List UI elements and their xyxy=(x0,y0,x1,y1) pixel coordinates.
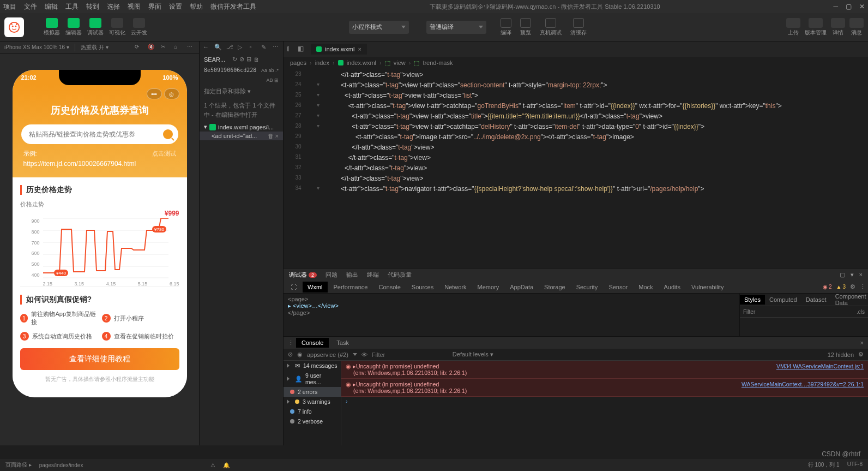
bell-icon[interactable]: 🔔 xyxy=(223,462,230,468)
filter-verbose[interactable]: 2 verbose xyxy=(284,416,341,426)
upload-button[interactable]: 上传 xyxy=(786,18,800,37)
capsule-close-icon[interactable]: ◎ xyxy=(164,88,179,99)
wxml-tab[interactable]: Wxml xyxy=(303,282,328,293)
maximize-icon[interactable]: ▢ xyxy=(846,3,852,10)
gear-icon[interactable]: ⚙ xyxy=(858,351,864,358)
error-link[interactable]: VM34 WAServiceMainContext.js:1 xyxy=(776,363,864,376)
menu-item[interactable]: 视图 xyxy=(128,2,141,11)
cut-icon[interactable]: ✂ xyxy=(161,44,168,51)
perf-tab[interactable]: Performance xyxy=(329,282,373,293)
styles-tab[interactable]: Styles xyxy=(740,295,765,305)
edit-icon[interactable]: ✎ xyxy=(261,44,268,51)
result-file[interactable]: ▾index.wxml pages/i... xyxy=(200,122,283,132)
tutorial-button[interactable]: 查看详细使用教程 xyxy=(20,348,179,370)
log-level-select[interactable]: Default levels ▾ xyxy=(453,351,493,358)
clear-cache-button[interactable]: 清缓存 xyxy=(570,18,587,37)
warning-status-icon[interactable]: ⚠ xyxy=(210,462,215,468)
example-test-link[interactable]: 点击测试 xyxy=(152,150,176,158)
search-text-input[interactable] xyxy=(204,56,230,63)
terminal-tab[interactable]: 终端 xyxy=(367,271,379,279)
error-row[interactable]: ◉ ▸Uncaught (in promise) undefined(env: … xyxy=(341,361,868,379)
code-editor[interactable]: 232425262728293031323334 ▾▾▾▾▾▾ </t-attr… xyxy=(284,69,868,268)
filter-warnings[interactable]: 3 warnings xyxy=(284,397,341,407)
appdata-tab[interactable]: AppData xyxy=(505,282,538,293)
branch-icon[interactable]: ⎇ xyxy=(226,44,233,51)
dataset-tab[interactable]: Dataset xyxy=(801,295,831,305)
file-tab[interactable]: index.wxml× xyxy=(311,44,367,55)
messages-button[interactable]: 消息 xyxy=(849,18,864,37)
quality-tab[interactable]: 代码质量 xyxy=(388,271,412,279)
error-link[interactable]: WAServiceMainContext…39729492&v=2.26.1:1 xyxy=(742,381,864,394)
console-tab[interactable]: Console xyxy=(296,338,329,348)
close-drawer-icon[interactable]: × xyxy=(860,339,864,346)
sensor-tab[interactable]: Sensor xyxy=(604,282,632,293)
capsule-menu-icon[interactable]: ••• xyxy=(147,88,162,99)
search-input[interactable] xyxy=(21,124,178,144)
mock-tab[interactable]: Mock xyxy=(634,282,658,293)
eye-icon[interactable]: 👁 xyxy=(361,351,367,358)
menu-item[interactable]: 界面 xyxy=(148,2,161,11)
compile-select[interactable]: 普通编译 xyxy=(426,21,486,34)
collapse-icon[interactable]: ▾ xyxy=(851,271,854,278)
box-icon[interactable]: ▫ xyxy=(250,44,257,51)
menu-item[interactable]: 选择 xyxy=(107,2,120,11)
memory-tab[interactable]: Memory xyxy=(473,282,504,293)
styles-filter-input[interactable]: Filter xyxy=(743,309,755,315)
console-messages[interactable]: ◉ ▸Uncaught (in promise) undefined(env: … xyxy=(341,361,868,445)
console-menu-icon[interactable]: ⋮ xyxy=(288,339,294,347)
back-icon[interactable]: ← xyxy=(203,44,210,51)
task-tab[interactable]: Task xyxy=(331,338,354,348)
minimize-icon[interactable]: ─ xyxy=(833,3,838,10)
search-icon[interactable]: 🔍 xyxy=(214,44,222,51)
debugger-button[interactable]: 调试器 xyxy=(85,17,106,38)
details-button[interactable]: 详情 xyxy=(831,18,845,37)
console-filter-input[interactable] xyxy=(372,351,437,358)
network-tab[interactable]: Network xyxy=(439,282,471,293)
crumb[interactable]: index xyxy=(315,59,329,66)
vuln-tab[interactable]: Vulnerability xyxy=(686,282,729,293)
cloud-button[interactable]: 云开发 xyxy=(129,17,149,38)
device-select[interactable]: iPhone XS Max 100% 16 ▾ xyxy=(4,44,69,50)
audits-tab[interactable]: Audits xyxy=(659,282,686,293)
newfile-icon[interactable]: 🗎 xyxy=(254,56,260,63)
sources-tab[interactable]: Sources xyxy=(407,282,438,293)
wxml-tree[interactable]: <page> ▸ <view>…</view> </page> xyxy=(284,294,739,336)
clear-icon[interactable]: ⊘ xyxy=(239,56,244,63)
close-icon[interactable]: × xyxy=(859,271,863,278)
search-icon[interactable] xyxy=(163,129,173,139)
inspect-icon[interactable]: ⛶ xyxy=(286,282,302,293)
filter-errors[interactable]: 2 errors xyxy=(284,387,341,397)
storage-tab[interactable]: Storage xyxy=(539,282,570,293)
expand-icon[interactable]: ▢ xyxy=(840,271,845,278)
mute-icon[interactable]: 🔇 xyxy=(148,44,155,51)
problems-tab[interactable]: 问题 xyxy=(326,271,337,279)
console-tab[interactable]: Console xyxy=(373,282,405,293)
more-icon[interactable]: ⋯ xyxy=(187,44,195,51)
filter-user[interactable]: 👤9 user mes... xyxy=(284,371,341,387)
visual-button[interactable]: 可视化 xyxy=(107,17,128,38)
filter-info[interactable]: 7 info xyxy=(284,407,341,416)
computed-tab[interactable]: Computed xyxy=(765,295,801,305)
mode-select[interactable]: 小程序模式 xyxy=(349,21,409,34)
debug-icon[interactable]: ▷ xyxy=(238,44,245,51)
debugger-tab[interactable]: 调试器 2 xyxy=(289,271,317,279)
crumb[interactable]: pages xyxy=(290,59,306,66)
search-field[interactable] xyxy=(29,130,163,138)
error-row[interactable]: ◉ ▸Uncaught (in promise) undefined(env: … xyxy=(341,379,868,397)
crumb[interactable]: trend-mask xyxy=(423,59,453,66)
cls-toggle[interactable]: .cls xyxy=(857,309,865,315)
more-icon[interactable]: ⋯ xyxy=(273,44,280,51)
filter-messages[interactable]: ✉14 messages xyxy=(284,361,341,371)
warn-count-icon[interactable]: ▲ 3 xyxy=(836,284,846,290)
scope-icon[interactable]: ◉ xyxy=(297,351,303,358)
editor-button[interactable]: 编辑器 xyxy=(63,17,84,38)
menu-item[interactable]: 微信开发者工具 xyxy=(210,2,256,11)
toggle-includes[interactable]: 指定目录和排除 ▾ xyxy=(200,85,283,98)
hotreload-toggle[interactable]: 热重载 开 ▾ xyxy=(81,44,108,51)
more-icon[interactable]: ⋮ xyxy=(860,283,866,290)
result-match[interactable]: <ad unit-id="ad...🗑 × xyxy=(200,132,283,140)
collapse-icon[interactable]: ⊟ xyxy=(246,56,251,63)
menu-item[interactable]: 设置 xyxy=(169,2,182,11)
console-prompt[interactable]: › xyxy=(341,397,868,406)
close-icon[interactable]: ✕ xyxy=(859,3,865,10)
